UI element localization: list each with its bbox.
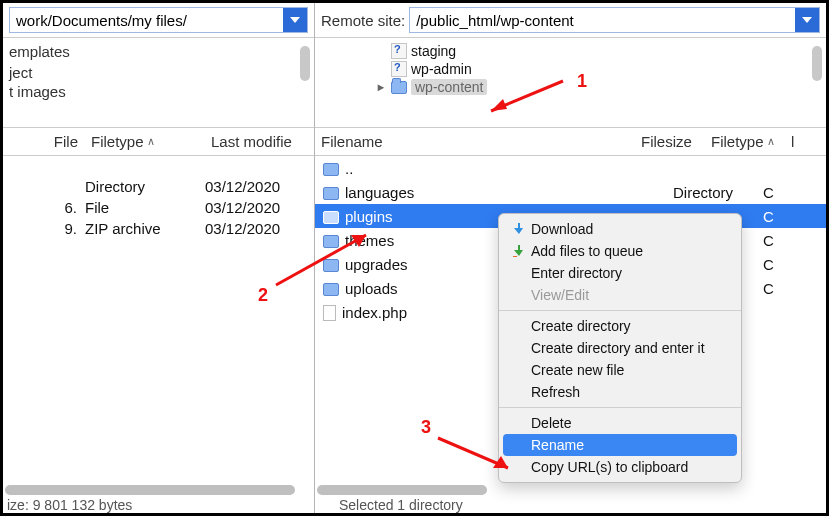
table-row[interactable]: 9. ZIP archive 03/12/2020 [3,218,314,239]
folder-icon [323,211,339,224]
cell-filetype: Directory [85,178,205,195]
col-last-modified[interactable]: Last modifie [205,128,314,155]
tree-item-label: wp-admin [411,61,472,77]
annotation-label-3: 3 [421,417,431,438]
remote-status-text: Selected 1 directory [335,497,467,513]
separator [499,407,741,408]
local-columns-header[interactable]: File Filetype ∧ Last modifie [3,128,314,156]
remote-path-input[interactable] [410,8,795,32]
cell-file: 6. [3,199,85,216]
col-filetype[interactable]: Filetype ∧ [85,128,205,155]
cell-last-modified: C [763,280,783,297]
folder-icon [391,81,407,94]
local-path-bar [3,3,314,38]
folder-icon [323,187,339,200]
chevron-down-icon [802,15,812,25]
local-file-listing[interactable]: Directory 03/12/20206. File 03/12/20209.… [3,156,314,513]
annotation-arrow-3 [433,428,533,478]
cell-last-modified: C [763,208,783,225]
remote-site-label: Remote site: [321,12,405,29]
cell-filetype: File [85,199,205,216]
annotation-label-2: 2 [258,285,268,306]
document-icon [323,305,336,321]
tree-item[interactable]: t images [7,82,310,101]
tree-item[interactable]: wp-admin [375,60,822,78]
folder-icon [323,163,339,176]
scrollbar-thumb[interactable] [300,46,310,81]
cell-filename: languages [323,184,623,201]
chevron-down-icon [290,15,300,25]
remote-columns-header[interactable]: Filename Filesize Filetype ∧ l [315,128,826,156]
folder-unknown-icon [391,61,407,77]
ctx-add-queue[interactable]: Add files to queue [499,240,741,262]
remote-path-bar: Remote site: [315,3,826,38]
cell-last-modified: C [763,184,783,201]
remote-path-field[interactable] [409,7,820,33]
col-filesize[interactable]: Filesize [635,128,705,155]
local-tree[interactable]: emplates ject t images [3,38,314,128]
local-pane: emplates ject t images File Filetype ∧ L… [3,3,315,513]
ctx-delete[interactable]: Delete [499,412,741,434]
ctx-create-directory-enter[interactable]: Create directory and enter it [499,337,741,359]
local-path-field[interactable] [9,7,308,33]
local-status-text: ize: 9 801 132 bytes [3,497,136,513]
ctx-refresh[interactable]: Refresh [499,381,741,403]
ctx-copy-url[interactable]: Copy URL(s) to clipboard [499,456,741,478]
col-last[interactable]: l [785,128,826,155]
table-row[interactable]: 6. File 03/12/2020 [3,197,314,218]
table-row[interactable]: languages Directory C [315,180,826,204]
annotation-arrow-1 [473,71,573,121]
annotation-label-1: 1 [577,71,587,92]
context-menu: Download Add files to queue Enter direct… [498,213,742,483]
remote-path-dropdown-button[interactable] [795,8,819,32]
ctx-view-edit: View/Edit [499,284,741,306]
separator [499,310,741,311]
horizontal-scrollbar[interactable] [317,485,487,495]
cell-last-modified: C [763,232,783,249]
download-queue-icon [513,245,525,257]
local-path-input[interactable] [10,8,283,32]
cell-last-modified: C [763,256,783,273]
tree-item[interactable]: ject [7,63,310,82]
svg-line-2 [276,235,366,285]
col-filetype[interactable]: Filetype ∧ [705,128,785,155]
table-row[interactable]: Directory 03/12/2020 [3,176,314,197]
cell-filetype: ZIP archive [85,220,205,237]
svg-marker-1 [491,99,507,111]
table-row[interactable]: .. [315,156,826,180]
tree-item-label: staging [411,43,456,59]
annotation-arrow-2 [271,225,391,295]
horizontal-scrollbar[interactable] [5,485,295,495]
folder-unknown-icon [391,43,407,59]
local-path-dropdown-button[interactable] [283,8,307,32]
ctx-rename[interactable]: Rename [503,434,737,456]
ctx-download[interactable]: Download [499,218,741,240]
sort-asc-icon: ∧ [767,135,775,148]
col-filename[interactable]: Filename [315,128,635,155]
tree-item[interactable]: emplates [7,42,310,61]
cell-file [3,178,85,195]
ctx-enter-directory[interactable]: Enter directory [499,262,741,284]
download-icon [513,223,525,235]
expander-icon[interactable]: ► [375,81,387,93]
cell-file: 9. [3,220,85,237]
cell-last-modified: 03/12/2020 [205,199,314,216]
tree-item[interactable]: staging [375,42,822,60]
sort-asc-icon: ∧ [147,135,155,148]
ctx-create-directory[interactable]: Create directory [499,315,741,337]
cell-filetype: Directory [673,184,763,201]
scrollbar-thumb[interactable] [812,46,822,81]
cell-filename: .. [323,160,623,177]
col-file[interactable]: File [3,128,85,155]
tree-item[interactable]: ►wp-content [375,78,822,96]
ctx-create-file[interactable]: Create new file [499,359,741,381]
cell-last-modified: 03/12/2020 [205,178,314,195]
